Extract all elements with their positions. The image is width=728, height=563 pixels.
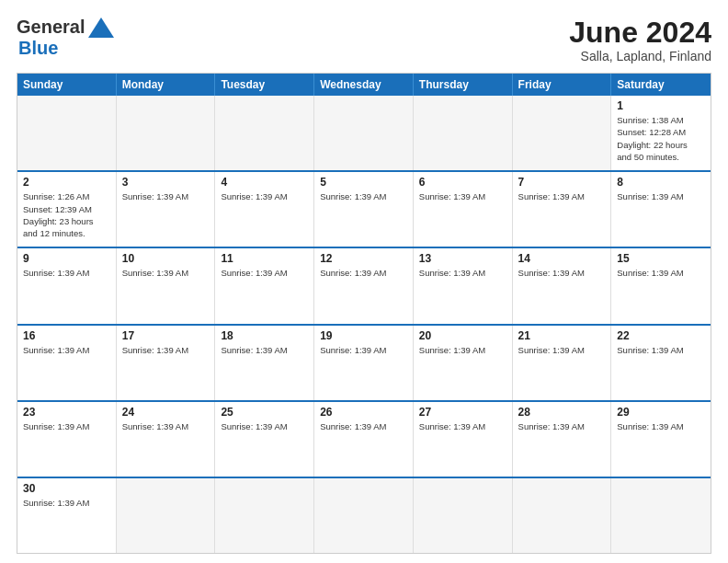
day-number: 24 [122, 406, 210, 419]
day-number: 15 [617, 252, 705, 265]
cal-cell [314, 96, 414, 170]
cal-cell [17, 96, 117, 170]
calendar: SundayMondayTuesdayWednesdayThursdayFrid… [17, 73, 711, 554]
svg-marker-0 [88, 17, 114, 38]
cell-info: Sunrise: 1:39 AM [221, 190, 308, 202]
cal-cell [215, 478, 314, 553]
day-number: 1 [617, 99, 705, 112]
cal-cell: 3Sunrise: 1:39 AM [117, 172, 216, 247]
day-number: 20 [419, 329, 506, 342]
cal-cell: 18Sunrise: 1:39 AM [215, 326, 314, 400]
cal-cell [414, 96, 513, 170]
day-number: 3 [122, 176, 210, 189]
day-number: 18 [221, 329, 308, 342]
cal-cell [513, 478, 612, 553]
cell-info: Sunrise: 1:39 AM [221, 267, 308, 279]
cell-info: Sunrise: 1:39 AM [320, 344, 407, 356]
cell-info: Sunrise: 1:39 AM [617, 420, 705, 432]
cal-cell: 22Sunrise: 1:39 AM [611, 326, 711, 400]
cell-info: Sunrise: 1:39 AM [23, 344, 110, 356]
cell-info: Sunrise: 1:39 AM [320, 190, 407, 202]
cell-info: Sunrise: 1:39 AM [518, 267, 606, 279]
cal-cell: 15Sunrise: 1:39 AM [611, 248, 711, 323]
cal-cell [611, 478, 711, 553]
cal-cell: 2Sunrise: 1:26 AM Sunset: 12:39 AM Dayli… [17, 172, 117, 247]
day-number: 4 [221, 176, 308, 189]
cal-header-saturday: Saturday [611, 74, 711, 96]
day-number: 7 [518, 176, 606, 189]
cal-cell: 14Sunrise: 1:39 AM [513, 248, 612, 323]
day-number: 11 [221, 252, 308, 265]
cell-info: Sunrise: 1:39 AM [518, 420, 606, 432]
cal-cell: 24Sunrise: 1:39 AM [117, 402, 216, 477]
cell-info: Sunrise: 1:39 AM [419, 344, 506, 356]
cell-info: Sunrise: 1:39 AM [320, 267, 407, 279]
cell-info: Sunrise: 1:39 AM [518, 344, 606, 356]
cal-cell: 7Sunrise: 1:39 AM [513, 172, 612, 247]
day-number: 25 [221, 406, 308, 419]
month-year-title: June 2024 [569, 17, 711, 49]
cell-info: Sunrise: 1:39 AM [221, 420, 308, 432]
logo: General Blue [17, 17, 114, 59]
cal-cell: 6Sunrise: 1:39 AM [414, 172, 513, 247]
cal-cell: 10Sunrise: 1:39 AM [117, 248, 216, 323]
cal-cell: 5Sunrise: 1:39 AM [314, 172, 414, 247]
cal-cell [117, 96, 216, 170]
day-number: 22 [617, 329, 705, 342]
logo-blue-text: Blue [18, 38, 58, 58]
day-number: 12 [320, 252, 407, 265]
cal-cell: 13Sunrise: 1:39 AM [414, 248, 513, 323]
cal-cell: 19Sunrise: 1:39 AM [314, 326, 414, 400]
day-number: 6 [419, 176, 506, 189]
cell-info: Sunrise: 1:39 AM [419, 190, 506, 202]
cell-info: Sunrise: 1:38 AM Sunset: 12:28 AM Daylig… [617, 114, 705, 163]
logo-general: General [17, 17, 85, 38]
cal-row-1: 2Sunrise: 1:26 AM Sunset: 12:39 AM Dayli… [17, 170, 711, 247]
cell-info: Sunrise: 1:39 AM [122, 420, 210, 432]
cell-info: Sunrise: 1:39 AM [617, 344, 705, 356]
cal-cell: 17Sunrise: 1:39 AM [117, 326, 216, 400]
calendar-header: SundayMondayTuesdayWednesdayThursdayFrid… [17, 74, 711, 96]
title-area: June 2024 Salla, Lapland, Finland [569, 17, 711, 63]
cell-info: Sunrise: 1:39 AM [419, 267, 506, 279]
cell-info: Sunrise: 1:39 AM [122, 267, 210, 279]
day-number: 9 [23, 252, 110, 265]
cal-cell: 28Sunrise: 1:39 AM [513, 402, 612, 477]
cal-cell [314, 478, 414, 553]
cal-cell: 23Sunrise: 1:39 AM [17, 402, 117, 477]
day-number: 28 [518, 406, 606, 419]
day-number: 26 [320, 406, 407, 419]
cal-cell [513, 96, 612, 170]
location-label: Salla, Lapland, Finland [569, 49, 711, 63]
cell-info: Sunrise: 1:39 AM [23, 267, 110, 279]
cal-cell: 26Sunrise: 1:39 AM [314, 402, 414, 477]
day-number: 19 [320, 329, 407, 342]
cal-row-0: 1Sunrise: 1:38 AM Sunset: 12:28 AM Dayli… [17, 96, 711, 170]
cal-cell: 29Sunrise: 1:39 AM [611, 402, 711, 477]
cal-cell: 4Sunrise: 1:39 AM [215, 172, 314, 247]
cal-cell: 25Sunrise: 1:39 AM [215, 402, 314, 477]
cal-cell: 16Sunrise: 1:39 AM [17, 326, 117, 400]
cal-header-friday: Friday [513, 74, 612, 96]
cell-info: Sunrise: 1:39 AM [518, 190, 606, 202]
day-number: 21 [518, 329, 606, 342]
day-number: 2 [23, 176, 110, 189]
header: General Blue June 2024 Salla, Lapland, F… [17, 17, 711, 63]
cal-header-monday: Monday [117, 74, 216, 96]
cal-cell: 20Sunrise: 1:39 AM [414, 326, 513, 400]
cell-info: Sunrise: 1:39 AM [23, 497, 110, 509]
cal-cell: 1Sunrise: 1:38 AM Sunset: 12:28 AM Dayli… [611, 96, 711, 170]
logo-text: General [17, 17, 114, 38]
day-number: 5 [320, 176, 407, 189]
cell-info: Sunrise: 1:39 AM [617, 190, 705, 202]
day-number: 23 [23, 406, 110, 419]
day-number: 8 [617, 176, 705, 189]
cal-header-wednesday: Wednesday [314, 74, 414, 96]
cal-cell [117, 478, 216, 553]
day-number: 14 [518, 252, 606, 265]
cell-info: Sunrise: 1:39 AM [221, 344, 308, 356]
cell-info: Sunrise: 1:39 AM [320, 420, 407, 432]
logo-icon [88, 17, 114, 38]
cell-info: Sunrise: 1:39 AM [23, 420, 110, 432]
cell-info: Sunrise: 1:39 AM [419, 420, 506, 432]
